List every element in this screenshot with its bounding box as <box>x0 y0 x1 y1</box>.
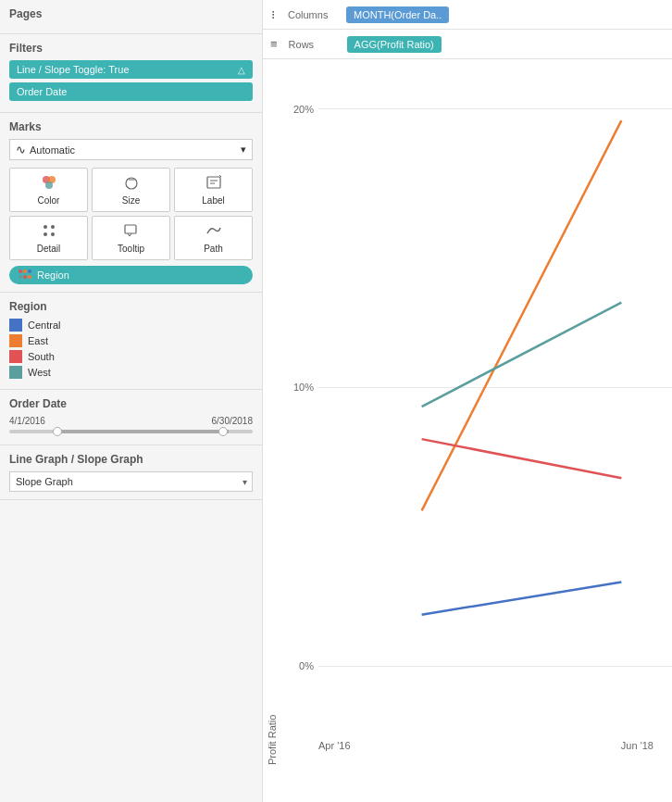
columns-field-label: MONTH(Order Da.. <box>354 9 442 20</box>
columns-label: Columns <box>288 9 339 20</box>
slider-fill <box>58 430 229 433</box>
central-line <box>422 583 622 615</box>
x-labels: Apr '16 Jun '18 <box>318 740 653 751</box>
west-label: West <box>28 367 51 378</box>
columns-field-pill[interactable]: MONTH(Order Da.. <box>346 6 449 23</box>
svg-point-7 <box>44 225 47 229</box>
pages-title: Pages <box>9 7 253 20</box>
svg-rect-4 <box>207 177 220 188</box>
label-label: Label <box>202 195 224 206</box>
legend-section: Region Central East South West <box>0 293 262 390</box>
size-label: Size <box>122 195 140 206</box>
chart-inner: 20% 10% 0% <box>281 69 672 765</box>
south-swatch <box>9 350 22 363</box>
svg-point-2 <box>45 182 53 189</box>
svg-point-15 <box>19 275 22 279</box>
svg-point-17 <box>28 275 31 279</box>
south-label: South <box>28 351 55 362</box>
y-tick-10-label: 10% <box>281 382 314 393</box>
right-panel: ⫶ Columns MONTH(Order Da.. ≡ Rows AGG(Pr… <box>263 0 672 802</box>
svg-point-10 <box>51 232 55 236</box>
date-filter-section: Order Date 4/1/2016 6/30/2018 <box>0 390 262 445</box>
legend-item-west: West <box>9 366 253 379</box>
region-dots-icon <box>19 269 31 281</box>
slope-select[interactable]: Slope Graph Line Graph <box>9 471 253 492</box>
date-start-label: 4/1/2016 <box>9 416 45 426</box>
rows-label: Rows <box>289 39 340 50</box>
svg-point-12 <box>19 269 22 273</box>
date-end-label: 6/30/2018 <box>212 416 254 426</box>
filters-title: Filters <box>9 42 253 55</box>
label-icon <box>205 174 222 194</box>
delta-icon: △ <box>238 65 245 75</box>
svg-point-14 <box>28 269 31 273</box>
legend-item-central: Central <box>9 319 253 332</box>
auto-icon: ∿ <box>16 143 26 157</box>
chart-area: Profit Ratio 20% 10% 0% <box>263 59 672 802</box>
marks-dropdown[interactable]: ∿ Automatic ▾ <box>9 139 253 160</box>
slider-thumb-left[interactable] <box>53 427 62 436</box>
toggle-section: Line Graph / Slope Graph Slope Graph Lin… <box>0 445 262 500</box>
east-swatch <box>9 334 22 347</box>
svg-point-8 <box>51 225 55 229</box>
rows-field-label: AGG(Profit Ratio) <box>355 39 434 50</box>
date-range-labels: 4/1/2016 6/30/2018 <box>9 416 253 426</box>
color-label: Color <box>38 195 60 206</box>
central-label: Central <box>28 320 60 331</box>
tooltip-icon <box>123 222 140 242</box>
marks-grid: Color Size <box>9 168 253 260</box>
tooltip-label: Tooltip <box>118 244 144 254</box>
date-filter-pill[interactable]: Order Date <box>9 82 253 101</box>
detail-icon <box>41 222 57 242</box>
size-mark-btn[interactable]: Size <box>92 168 170 212</box>
path-label: Path <box>204 244 223 254</box>
columns-icon: ⫶ <box>270 7 277 21</box>
west-line <box>422 303 622 407</box>
y-axis-label: Profit Ratio <box>263 69 281 765</box>
legend-item-east: East <box>9 334 253 347</box>
rows-icon: ≡ <box>270 37 278 51</box>
detail-mark-btn[interactable]: Detail <box>9 216 88 260</box>
date-filter-label: Order Date <box>17 86 67 97</box>
east-line <box>422 120 622 510</box>
left-panel: Pages Filters Line / Slope Toggle: True … <box>0 0 263 802</box>
x-label-apr16: Apr '16 <box>318 740 351 751</box>
marks-title: Marks <box>9 120 253 133</box>
color-icon <box>41 174 57 194</box>
region-pill-label: Region <box>37 269 69 281</box>
date-filter-title: Order Date <box>9 397 253 410</box>
toggle-filter-pill[interactable]: Line / Slope Toggle: True △ <box>9 60 253 79</box>
x-label-jun18: Jun '18 <box>621 740 653 751</box>
detail-label: Detail <box>37 244 61 254</box>
select-wrapper: Slope Graph Line Graph <box>9 471 253 492</box>
toggle-title: Line Graph / Slope Graph <box>9 453 253 466</box>
marks-dropdown-label: Automatic <box>30 144 75 156</box>
size-icon <box>123 174 140 194</box>
svg-point-13 <box>23 269 27 273</box>
date-slider-track[interactable] <box>9 430 253 433</box>
central-swatch <box>9 319 22 332</box>
y-tick-20-label: 20% <box>281 104 314 115</box>
pages-section: Pages <box>0 0 262 34</box>
columns-shelf: ⫶ Columns MONTH(Order Da.. <box>263 0 672 30</box>
svg-point-9 <box>44 232 47 236</box>
path-mark-btn[interactable]: Path <box>174 216 253 260</box>
tooltip-mark-btn[interactable]: Tooltip <box>92 216 170 260</box>
filters-section: Filters Line / Slope Toggle: True △ Orde… <box>0 34 262 113</box>
region-pill[interactable]: Region <box>9 266 253 284</box>
rows-shelf: ≡ Rows AGG(Profit Ratio) <box>263 30 672 59</box>
label-mark-btn[interactable]: Label <box>174 168 253 212</box>
marks-section: Marks ∿ Automatic ▾ Color <box>0 113 262 293</box>
path-icon <box>205 222 222 242</box>
south-line <box>422 439 622 478</box>
color-mark-btn[interactable]: Color <box>9 168 88 212</box>
toggle-filter-label: Line / Slope Toggle: True <box>17 64 130 75</box>
east-label: East <box>28 335 48 346</box>
chart-svg <box>318 69 663 719</box>
legend-item-south: South <box>9 350 253 363</box>
y-tick-0-label: 0% <box>281 660 314 671</box>
west-swatch <box>9 366 22 379</box>
rows-field-pill[interactable]: AGG(Profit Ratio) <box>347 36 442 53</box>
svg-rect-11 <box>125 225 136 233</box>
slider-thumb-right[interactable] <box>218 427 228 436</box>
